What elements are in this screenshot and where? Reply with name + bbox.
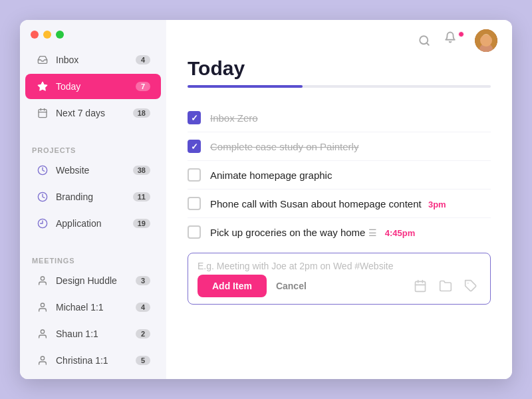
sidebar-item-branding-label: Branding: [56, 192, 133, 202]
sidebar-item-next7days-label: Next 7 days: [56, 108, 133, 118]
dot-green[interactable]: [56, 31, 64, 39]
sidebar-item-shaun-badge: 2: [136, 329, 150, 338]
clock-icon-website: [36, 164, 49, 177]
task-checkbox-3[interactable]: [188, 168, 201, 182]
star-icon: [36, 80, 49, 93]
svg-rect-17: [416, 281, 426, 291]
person-icon-michael: [36, 301, 49, 314]
person-icon-design-huddle: [36, 274, 49, 287]
task-item: Phone call with Susan about homepage con…: [188, 190, 491, 218]
sidebar-item-inbox-label: Inbox: [56, 55, 136, 65]
person-icon-christina: [36, 354, 49, 367]
app-window: Inbox 4 Today 7 Next 7 days 1: [20, 20, 512, 379]
svg-point-8: [41, 277, 44, 280]
sidebar-item-inbox-badge: 4: [136, 55, 150, 65]
folder-form-icon[interactable]: [436, 276, 456, 296]
svg-rect-1: [39, 110, 47, 118]
progress-bar-track: [188, 85, 491, 88]
task-list: Inbox Zero Complete case study on Painte…: [188, 104, 491, 246]
task-checkbox-1[interactable]: [188, 111, 201, 124]
task-time-4: 3pm: [428, 200, 446, 209]
sidebar-item-christina-label: Christina 1:1: [56, 355, 136, 366]
sidebar-item-application[interactable]: Application 19: [25, 211, 161, 236]
sidebar-item-application-badge: 19: [133, 219, 150, 228]
sidebar-item-christina-badge: 5: [136, 356, 150, 365]
sidebar-item-shaun[interactable]: Shaun 1:1 2: [25, 321, 161, 346]
meetings-section-label: MEETINGS: [20, 247, 166, 267]
list-icon-task5: ☰: [368, 227, 377, 238]
add-item-form: Add Item Cancel: [188, 253, 491, 305]
task-label-4: Phone call with Susan about homepage con…: [210, 198, 491, 209]
tag-form-icon[interactable]: [461, 276, 481, 296]
task-label-1: Inbox Zero: [210, 112, 491, 124]
svg-point-11: [41, 356, 44, 360]
task-checkbox-2[interactable]: [188, 140, 201, 153]
sidebar-item-next7days-badge: 18: [133, 108, 150, 118]
svg-point-15: [482, 34, 490, 42]
main-panel: Today Inbox Zero Complete case study on …: [166, 20, 512, 379]
add-item-button[interactable]: Add Item: [198, 275, 267, 297]
add-item-input[interactable]: [198, 261, 481, 271]
sidebar-item-branding[interactable]: Branding 11: [25, 184, 161, 209]
sidebar-item-shaun-label: Shaun 1:1: [56, 329, 136, 339]
search-icon-btn[interactable]: [414, 30, 435, 51]
avatar[interactable]: [475, 29, 497, 52]
sidebar-item-michael[interactable]: Michael 1:1 4: [25, 295, 161, 320]
form-icons: [410, 276, 481, 296]
main-content: Today Inbox Zero Complete case study on …: [166, 52, 512, 379]
sidebar-item-michael-badge: 4: [136, 303, 150, 312]
task-label-3: Animate homepage graphic: [210, 170, 491, 181]
avatar-image: [475, 29, 497, 52]
svg-point-10: [41, 330, 44, 333]
sidebar-item-application-label: Application: [56, 218, 133, 229]
sidebar: Inbox 4 Today 7 Next 7 days 1: [20, 20, 166, 379]
task-checkbox-5[interactable]: [188, 225, 201, 239]
notification-bell-button[interactable]: [444, 30, 466, 51]
sidebar-item-today[interactable]: Today 7: [25, 74, 161, 99]
calendar-form-icon[interactable]: [410, 276, 430, 296]
page-title: Today: [188, 57, 491, 80]
sidebar-item-next7days[interactable]: Next 7 days 18: [25, 100, 161, 126]
task-label-2: Complete case study on Painterly: [210, 141, 491, 152]
task-item: Inbox Zero: [188, 104, 491, 132]
inbox-icon: [36, 53, 49, 66]
task-label-5: Pick up groceries on the way home ☰ 4:45…: [210, 227, 491, 238]
sidebar-item-design-huddle[interactable]: Design Huddle 3: [25, 268, 161, 293]
cancel-button[interactable]: Cancel: [276, 281, 307, 291]
sidebar-item-design-huddle-badge: 3: [136, 276, 150, 285]
task-time-5: 4:45pm: [385, 228, 416, 238]
svg-line-13: [426, 43, 428, 45]
sidebar-item-website-label: Website: [56, 165, 133, 176]
task-checkbox-4[interactable]: [188, 197, 201, 210]
main-header: [166, 20, 512, 52]
add-list-button[interactable]: + Add List: [20, 374, 166, 379]
sidebar-item-today-label: Today: [56, 81, 136, 92]
dot-yellow[interactable]: [43, 31, 51, 39]
sidebar-item-branding-badge: 11: [133, 192, 150, 201]
svg-marker-0: [38, 82, 47, 90]
sidebar-item-inbox[interactable]: Inbox 4: [25, 47, 161, 72]
sidebar-item-design-huddle-label: Design Huddle: [56, 275, 136, 286]
sidebar-item-christina[interactable]: Christina 1:1 5: [25, 348, 161, 373]
task-item: Animate homepage graphic: [188, 161, 491, 190]
titlebar: [20, 20, 166, 47]
sidebar-item-today-badge: 7: [136, 82, 150, 91]
projects-section-label: PROJECTS: [20, 137, 166, 157]
calendar-icon: [36, 106, 49, 120]
svg-point-9: [41, 303, 44, 307]
clock-icon-application: [36, 217, 49, 230]
sidebar-item-website[interactable]: Website 38: [25, 158, 161, 183]
task-item: Pick up groceries on the way home ☰ 4:45…: [188, 218, 491, 246]
sidebar-item-michael-label: Michael 1:1: [56, 302, 136, 313]
progress-bar-fill: [188, 85, 303, 88]
person-icon-shaun: [36, 327, 49, 340]
task-item: Complete case study on Painterly: [188, 132, 491, 161]
sidebar-item-website-badge: 38: [133, 166, 150, 175]
add-item-actions: Add Item Cancel: [198, 275, 481, 297]
dot-red[interactable]: [31, 31, 39, 39]
clock-icon-branding: [36, 190, 49, 203]
